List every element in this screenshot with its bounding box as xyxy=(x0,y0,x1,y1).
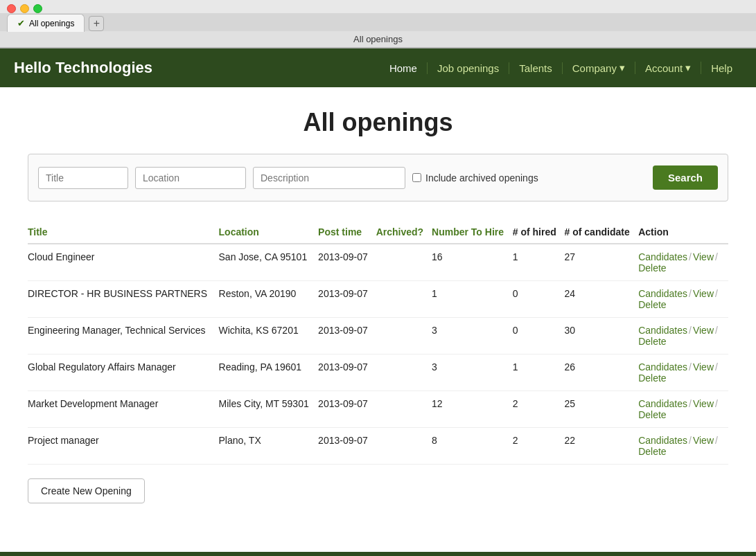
cell-hired: 2 xyxy=(513,391,565,428)
main-content: All openings Include archived openings S… xyxy=(0,87,756,524)
table-header-row: Title Location Post time Archived? Numbe… xyxy=(28,221,728,244)
view-link[interactable]: View xyxy=(693,251,714,262)
cell-hired: 1 xyxy=(513,355,565,391)
cell-number-to-hire: 3 xyxy=(432,355,513,391)
archived-checkbox[interactable] xyxy=(412,173,421,182)
col-candidates: # of candidate xyxy=(565,221,639,244)
candidates-link[interactable]: Candidates xyxy=(638,398,687,409)
delete-link[interactable]: Delete xyxy=(638,336,666,347)
table-row: Global Regulatory Affairs Manager Readin… xyxy=(28,355,728,391)
table-row: Market Development Manager Miles City, M… xyxy=(28,391,728,428)
archived-label-text: Include archived openings xyxy=(425,172,538,183)
page-title: All openings xyxy=(28,108,728,137)
nav-talents[interactable]: Talents xyxy=(509,62,563,74)
app-wrapper: Hello Technologies Home Job openings Tal… xyxy=(0,48,756,556)
view-link[interactable]: View xyxy=(693,435,714,446)
openings-table: Title Location Post time Archived? Numbe… xyxy=(28,221,728,465)
chevron-down-icon: ▾ xyxy=(619,62,625,74)
table-row: Cloud Engineer San Jose, CA 95101 2013-0… xyxy=(28,244,728,281)
candidates-link[interactable]: Candidates xyxy=(638,288,687,299)
delete-link[interactable]: Delete xyxy=(638,446,666,457)
cell-title: Engineering Manager, Technical Services xyxy=(28,318,219,355)
nav-help[interactable]: Help xyxy=(701,62,742,74)
close-button[interactable] xyxy=(7,4,16,13)
view-link[interactable]: View xyxy=(693,325,714,336)
cell-post-time: 2013-09-07 xyxy=(318,244,376,281)
delete-link[interactable]: Delete xyxy=(638,373,666,384)
cell-archived xyxy=(376,391,432,428)
cell-action: Candidates/View/Delete xyxy=(638,428,728,465)
cell-candidates: 22 xyxy=(565,428,639,465)
cell-number-to-hire: 16 xyxy=(432,244,513,281)
cell-location: Wichita, KS 67201 xyxy=(219,318,319,355)
window-title: All openings xyxy=(0,31,756,48)
cell-title: Cloud Engineer xyxy=(28,244,219,281)
nav-job-openings[interactable]: Job openings xyxy=(428,62,509,74)
browser-chrome: ✔ All openings + All openings xyxy=(0,0,756,48)
cell-location: Miles City, MT 59301 xyxy=(219,391,319,428)
cell-number-to-hire: 12 xyxy=(432,391,513,428)
tab-label: All openings xyxy=(29,19,74,28)
col-location: Location xyxy=(219,221,319,244)
cell-candidates: 30 xyxy=(565,318,639,355)
cell-action: Candidates/View/Delete xyxy=(638,244,728,281)
description-input[interactable] xyxy=(253,167,405,189)
chevron-down-icon: ▾ xyxy=(685,62,691,74)
main-nav: Hello Technologies Home Job openings Tal… xyxy=(0,48,756,87)
cell-title: Project manager xyxy=(28,428,219,465)
cell-candidates: 26 xyxy=(565,355,639,391)
cell-title: DIRECTOR - HR BUSINESS PARTNERS xyxy=(28,281,219,318)
cell-post-time: 2013-09-07 xyxy=(318,318,376,355)
nav-brand: Hello Technologies xyxy=(14,59,152,77)
col-action: Action xyxy=(638,221,728,244)
window-controls xyxy=(7,4,42,13)
table-row: DIRECTOR - HR BUSINESS PARTNERS Reston, … xyxy=(28,281,728,318)
candidates-link[interactable]: Candidates xyxy=(638,251,687,262)
location-input[interactable] xyxy=(135,167,246,189)
new-tab-button[interactable]: + xyxy=(89,16,104,31)
archived-checkbox-label[interactable]: Include archived openings xyxy=(412,172,646,183)
maximize-button[interactable] xyxy=(33,4,42,13)
cell-location: Reston, VA 20190 xyxy=(219,281,319,318)
search-button[interactable]: Search xyxy=(653,165,718,190)
cell-hired: 1 xyxy=(513,244,565,281)
title-bar xyxy=(0,0,756,13)
minimize-button[interactable] xyxy=(20,4,29,13)
cell-action: Candidates/View/Delete xyxy=(638,391,728,428)
candidates-link[interactable]: Candidates xyxy=(638,325,687,336)
view-link[interactable]: View xyxy=(693,361,714,373)
browser-tab[interactable]: ✔ All openings xyxy=(7,14,85,32)
cell-archived xyxy=(376,318,432,355)
cell-action: Candidates/View/Delete xyxy=(638,318,728,355)
cell-location: San Jose, CA 95101 xyxy=(219,244,319,281)
cell-number-to-hire: 1 xyxy=(432,281,513,318)
candidates-link[interactable]: Candidates xyxy=(638,361,687,373)
cell-title: Market Development Manager xyxy=(28,391,219,428)
tab-check-icon: ✔ xyxy=(17,18,25,28)
delete-link[interactable]: Delete xyxy=(638,299,666,310)
cell-hired: 2 xyxy=(513,428,565,465)
title-input[interactable] xyxy=(38,167,128,189)
table-row: Project manager Plano, TX 2013-09-07 8 2… xyxy=(28,428,728,465)
cell-archived xyxy=(376,428,432,465)
cell-number-to-hire: 8 xyxy=(432,428,513,465)
cell-action: Candidates/View/Delete xyxy=(638,355,728,391)
delete-link[interactable]: Delete xyxy=(638,262,666,273)
col-post-time: Post time xyxy=(318,221,376,244)
candidates-link[interactable]: Candidates xyxy=(638,435,687,446)
cell-post-time: 2013-09-07 xyxy=(318,355,376,391)
col-number-to-hire: Number To Hire xyxy=(432,221,513,244)
cell-candidates: 27 xyxy=(565,244,639,281)
nav-home[interactable]: Home xyxy=(380,62,428,74)
nav-company[interactable]: Company ▾ xyxy=(563,62,635,74)
cell-candidates: 24 xyxy=(565,281,639,318)
cell-archived xyxy=(376,244,432,281)
cell-location: Plano, TX xyxy=(219,428,319,465)
view-link[interactable]: View xyxy=(693,398,714,409)
cell-hired: 0 xyxy=(513,318,565,355)
view-link[interactable]: View xyxy=(693,288,714,299)
nav-links: Home Job openings Talents Company ▾ Acco… xyxy=(380,62,742,74)
create-new-opening-button[interactable]: Create New Opening xyxy=(28,478,145,503)
delete-link[interactable]: Delete xyxy=(638,409,666,420)
nav-account[interactable]: Account ▾ xyxy=(635,62,701,74)
